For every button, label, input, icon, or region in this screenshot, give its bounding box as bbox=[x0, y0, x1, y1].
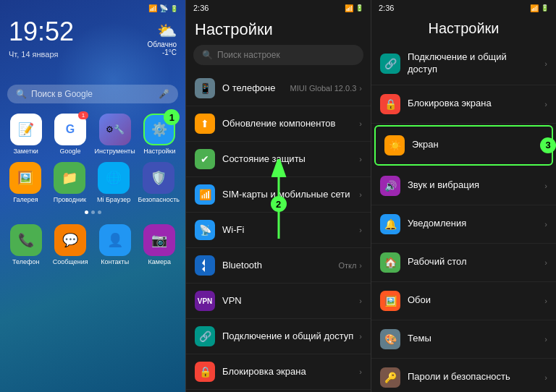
home-status-icons: 📶 📡 🔋 bbox=[148, 4, 178, 12]
app-gallery[interactable]: 🖼️ Галерея bbox=[6, 162, 46, 203]
detail-sound-icon: 🔊 bbox=[380, 176, 400, 196]
search-icon: 🔍 bbox=[16, 89, 27, 99]
detail-item-themes[interactable]: 🎨 Темы › bbox=[371, 320, 556, 359]
settings-item-lock-partial[interactable]: 🔒 Блокировка экрана › bbox=[186, 354, 371, 390]
detail-item-passwords[interactable]: 🔑 Пароли и безопасность › bbox=[371, 359, 556, 392]
detail-desktop-icon: 🏠 bbox=[380, 252, 400, 273]
detail-themes-chevron: › bbox=[544, 335, 547, 344]
detail-notifications-label: Уведомления bbox=[408, 218, 544, 230]
update-icon: ⬆ bbox=[195, 114, 215, 134]
app-files-label: Проводник bbox=[54, 196, 86, 203]
detail-passwords-label: Пароли и безопасность bbox=[408, 371, 544, 383]
settings-item-wifi[interactable]: 📡 Wi-Fi › bbox=[186, 213, 371, 248]
wifi-label: Wi-Fi bbox=[222, 224, 359, 237]
dock-contacts-label: Контакты bbox=[101, 258, 129, 265]
detail-status-bar: 2:36 📶🔋 bbox=[371, 0, 556, 16]
detail-item-lock[interactable]: 🔒 Блокировка экрана › bbox=[371, 85, 556, 124]
home-weather: ⛅ Облачно -1°C bbox=[147, 22, 177, 56]
settings-item-sim[interactable]: 📶 SIM-карты и мобильные сети › bbox=[186, 177, 371, 213]
settings-search-placeholder: Поиск настроек bbox=[217, 50, 280, 60]
app-browser[interactable]: 🌐 Mi Браузер bbox=[94, 162, 134, 203]
vpn-label: VPN bbox=[222, 295, 359, 307]
settings-item-about[interactable]: 📱 О телефоне MIUI Global 12.0.3 › bbox=[186, 71, 371, 106]
app-settings[interactable]: ⚙️ 1 Настройки bbox=[140, 114, 180, 155]
detail-passwords-chevron: › bbox=[544, 373, 547, 382]
app-security-label: Безопасность bbox=[138, 196, 180, 203]
home-screen: 📶 📡 🔋 19:52 Чт, 14 января ⛅ Облачно -1°C… bbox=[0, 0, 185, 392]
about-icon: 📱 bbox=[195, 78, 215, 98]
about-label: О телефоне bbox=[222, 82, 290, 95]
dock-camera-label: Камера bbox=[148, 258, 171, 265]
update-chevron: › bbox=[359, 119, 362, 128]
detail-item-screen[interactable]: ☀️ Экран › 3 bbox=[374, 125, 553, 166]
detail-screen-label: Экран bbox=[412, 139, 540, 151]
settings-status-bar: 2:36 📶🔋 bbox=[186, 0, 371, 16]
about-chevron: › bbox=[359, 84, 362, 93]
detail-wallpaper-icon: 🖼️ bbox=[380, 291, 400, 311]
settings-item-update[interactable]: ⬆ Обновление компонентов › bbox=[186, 106, 371, 142]
dock-camera[interactable]: 📷 Камера bbox=[140, 224, 180, 265]
home-status-bar: 📶 📡 🔋 bbox=[0, 0, 185, 14]
vpn-chevron: › bbox=[359, 297, 362, 305]
dock-contacts[interactable]: 👤 Контакты bbox=[95, 224, 135, 265]
settings-item-connection[interactable]: 🔗 Подключение и общий доступ › bbox=[186, 319, 371, 354]
dock-phone[interactable]: 📞 Телефон bbox=[6, 224, 46, 265]
app-security[interactable]: 🛡️ Безопасность bbox=[138, 162, 180, 203]
connection-icon: 🔗 bbox=[195, 326, 215, 346]
lock-chevron: › bbox=[359, 367, 362, 376]
detail-item-notifications[interactable]: 🔔 Уведомления › bbox=[371, 205, 556, 244]
app-files[interactable]: 📁 Проводник bbox=[50, 162, 90, 203]
detail-item-connection[interactable]: 🔗 Подключение и общийдоступ › bbox=[371, 43, 556, 85]
protection-icon: ✔ bbox=[195, 149, 215, 169]
app-google[interactable]: G 1 Google bbox=[50, 114, 90, 155]
settings-panel-title: Настройки bbox=[186, 16, 371, 45]
dock-messages[interactable]: 💬 Сообщения bbox=[51, 224, 91, 265]
bluetooth-label: Bluetooth bbox=[222, 260, 338, 272]
detail-sound-label: Звук и вибрация bbox=[408, 179, 544, 192]
detail-lock-label: Блокировка экрана bbox=[408, 98, 544, 110]
weather-icon: ⛅ bbox=[147, 22, 177, 41]
app-notes-label: Заметки bbox=[13, 148, 38, 155]
detail-notifications-chevron: › bbox=[544, 220, 547, 229]
sim-chevron: › bbox=[359, 190, 362, 199]
app-tools[interactable]: ⚙🔧 Инструменты bbox=[95, 114, 135, 155]
settings-item-vpn[interactable]: VPN VPN › bbox=[186, 284, 371, 319]
sim-icon: 📶 bbox=[195, 184, 215, 205]
settings-list: 📱 О телефоне MIUI Global 12.0.3 › ⬆ Обно… bbox=[186, 71, 371, 392]
app-settings-label: Настройки bbox=[143, 148, 175, 155]
settings-search-icon: 🔍 bbox=[202, 50, 213, 60]
app-tools-label: Инструменты bbox=[95, 148, 135, 155]
lock-label: Блокировка экрана bbox=[222, 366, 359, 378]
detail-item-desktop[interactable]: 🏠 Рабочий стол › bbox=[371, 244, 556, 282]
detail-connection-label: Подключение и общийдоступ bbox=[408, 51, 544, 76]
bluetooth-value: Откл bbox=[338, 261, 356, 270]
wifi-icon: 📡 bbox=[195, 220, 215, 240]
settings-search-bar[interactable]: 🔍 Поиск настроек bbox=[193, 45, 363, 65]
update-label: Обновление компонентов bbox=[222, 118, 359, 130]
app-google-label: Google bbox=[59, 148, 80, 155]
weather-temp: -1°C bbox=[147, 48, 177, 56]
detail-lock-chevron: › bbox=[544, 100, 547, 108]
detail-connection-icon: 🔗 bbox=[380, 54, 400, 74]
detail-desktop-label: Рабочий стол bbox=[408, 256, 544, 268]
wifi-chevron: › bbox=[359, 226, 362, 234]
dock-messages-label: Сообщения bbox=[53, 258, 88, 265]
connection-label: Подключение и общий доступ bbox=[222, 331, 359, 343]
detail-item-sound[interactable]: 🔊 Звук и вибрация › bbox=[371, 167, 556, 205]
detail-themes-label: Темы bbox=[408, 333, 544, 345]
page-dots bbox=[0, 206, 185, 218]
detail-notifications-icon: 🔔 bbox=[380, 214, 400, 234]
lock-icon: 🔒 bbox=[195, 362, 215, 382]
dot-1 bbox=[85, 210, 88, 214]
settings-item-protection[interactable]: ✔ Состояние защиты › bbox=[186, 142, 371, 177]
detail-connection-chevron: › bbox=[544, 59, 547, 68]
detail-panel-title: Настройки bbox=[371, 16, 556, 43]
app-gallery-label: Галерея bbox=[13, 196, 38, 203]
detail-item-wallpaper[interactable]: 🖼️ Обои › bbox=[371, 282, 556, 320]
settings-item-bluetooth[interactable]: Bluetooth Откл › bbox=[186, 248, 371, 284]
dock-phone-label: Телефон bbox=[12, 258, 39, 265]
app-notes[interactable]: 📝 Заметки bbox=[6, 114, 46, 155]
dot-3 bbox=[98, 210, 101, 214]
detail-desktop-chevron: › bbox=[544, 258, 547, 267]
about-value: MIUI Global 12.0.3 bbox=[290, 84, 357, 93]
